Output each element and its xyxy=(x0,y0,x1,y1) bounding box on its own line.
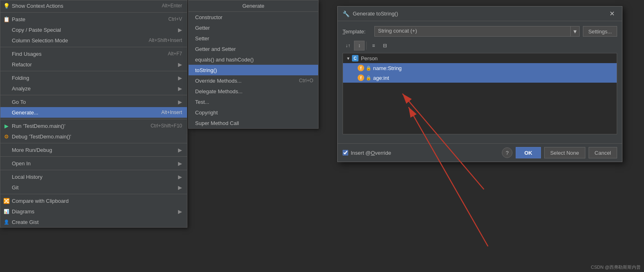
paste-icon: 📋 xyxy=(3,16,10,22)
menu-label: Folding xyxy=(12,75,175,81)
menu-item-debug[interactable]: ⚙ Debug 'TestDemo.main()' xyxy=(0,131,187,142)
toolbar-separator xyxy=(366,42,367,50)
context-menu-1: 💡 Show Context Actions Alt+Enter 📋 Paste… xyxy=(0,0,187,228)
menu-item-generate[interactable]: Generate... Alt+Insert xyxy=(0,107,187,118)
submenu-arrow: ▶ xyxy=(178,86,182,92)
template-select[interactable]: String concat (+) xyxy=(374,26,571,37)
bulb-icon: 💡 xyxy=(3,3,10,9)
submenu-arrow: ▶ xyxy=(178,75,182,81)
ok-button[interactable]: OK xyxy=(516,147,541,158)
menu-item-create-gist[interactable]: 👤 Create Gist xyxy=(0,217,187,227)
generate-submenu: Generate Constructor Getter Setter Gette… xyxy=(188,0,319,129)
menu-item-refactor[interactable]: Refactor ▶ xyxy=(0,59,187,70)
access-icon: 🔒 xyxy=(366,66,371,71)
separator xyxy=(0,170,187,170)
align-button[interactable]: ≡ xyxy=(368,41,379,50)
close-button[interactable]: ✕ xyxy=(607,9,617,18)
separator xyxy=(0,12,187,13)
submenu-item-test[interactable]: Test... xyxy=(189,97,318,107)
submenu-arrow: ▶ xyxy=(178,61,182,68)
submenu-label: Getter xyxy=(195,25,313,31)
submenu-label: Copyright xyxy=(195,110,313,116)
override-checkbox-label[interactable]: Insert @Override xyxy=(343,150,499,156)
separator xyxy=(0,71,187,71)
menu-item-folding[interactable]: Folding ▶ xyxy=(0,72,187,83)
submenu-label: toString() xyxy=(195,67,313,73)
tree-item-age[interactable]: f 🔒 age:int xyxy=(343,73,617,83)
tree-container[interactable]: ▼ C Person f 🔒 name:String f 🔒 age:int xyxy=(343,53,617,134)
menu-label: Open In xyxy=(12,160,175,167)
separator xyxy=(0,143,187,143)
menu-item-git[interactable]: Git ▶ xyxy=(0,182,187,193)
submenu-item-tostring[interactable]: toString() xyxy=(189,65,318,75)
separator xyxy=(0,194,187,194)
settings-button[interactable]: Settings... xyxy=(583,26,617,37)
field-icon: f xyxy=(358,75,364,81)
submenu-item-getter[interactable]: Getter xyxy=(189,22,318,33)
menu-item-analyze[interactable]: Analyze ▶ xyxy=(0,83,187,94)
menu-item-go-to[interactable]: Go To ▶ xyxy=(0,97,187,107)
tree-item-name[interactable]: f 🔒 name:String xyxy=(343,63,617,73)
tree-root-label: Person xyxy=(361,55,378,61)
menu-item-paste[interactable]: 📋 Paste Ctrl+V xyxy=(0,14,187,24)
sort2-button[interactable]: ↕ xyxy=(354,41,365,50)
field-label: age:int xyxy=(373,75,389,81)
field-icon: f xyxy=(358,65,364,71)
submenu-item-delegate-methods[interactable]: Delegate Methods... xyxy=(189,86,318,97)
menu-item-diagrams[interactable]: 📊 Diagrams ▶ xyxy=(0,206,187,217)
override-checkbox[interactable] xyxy=(343,150,348,156)
debug-icon: ⚙ xyxy=(3,134,10,140)
menu-label: More Run/Debug xyxy=(12,147,175,153)
menu-item-copy-paste-special[interactable]: Copy / Paste Special ▶ xyxy=(0,24,187,35)
class-icon: C xyxy=(352,55,358,61)
menu-item-run[interactable]: ▶ Run 'TestDemo.main()' Ctrl+Shift+F10 xyxy=(0,121,187,131)
submenu-item-super-method-call[interactable]: Super Method Call xyxy=(189,118,318,128)
menu-item-more-run-debug[interactable]: More Run/Debug ▶ xyxy=(0,145,187,155)
help-button[interactable]: ? xyxy=(502,147,512,158)
submenu-label: Setter xyxy=(195,35,313,42)
menu-item-column-selection[interactable]: Column Selection Mode Alt+Shift+Insert xyxy=(0,35,187,46)
submenu-item-getter-setter[interactable]: Getter and Setter xyxy=(189,44,318,54)
dialog-title-bar: 🔧 Generate toString() ✕ xyxy=(338,7,622,21)
menu-label: Run 'TestDemo.main()' xyxy=(12,123,143,129)
submenu-item-override-methods[interactable]: Override Methods... Ctrl+O xyxy=(189,75,318,86)
generate-tostring-dialog: 🔧 Generate toString() ✕ Template: String… xyxy=(337,6,622,162)
menu-item-find-usages[interactable]: Find Usages Alt+F7 xyxy=(0,48,187,59)
menu-item-local-history[interactable]: Local History ▶ xyxy=(0,171,187,182)
submenu-label: Constructor xyxy=(195,14,313,20)
menu-label: Generate... xyxy=(12,110,153,116)
submenu-label: Test... xyxy=(195,99,313,105)
tree-root-person[interactable]: ▼ C Person xyxy=(343,53,617,63)
menu-item-open-in[interactable]: Open In ▶ xyxy=(0,158,187,169)
separator xyxy=(0,47,187,47)
separator xyxy=(0,156,187,157)
submenu-arrow: ▶ xyxy=(178,27,182,33)
align2-button[interactable]: ⊟ xyxy=(380,41,390,50)
menu-label: Analyze xyxy=(12,86,175,92)
dialog-icon: 🔧 xyxy=(343,11,349,17)
submenu-item-setter[interactable]: Setter xyxy=(189,33,318,44)
cancel-button[interactable]: Cancel xyxy=(589,147,617,158)
submenu-title: Generate xyxy=(189,0,318,12)
dialog-footer: Insert @Override ? OK Select None Cancel xyxy=(338,143,622,162)
submenu-item-copyright[interactable]: Copyright xyxy=(189,107,318,118)
submenu-shortcut: Ctrl+O xyxy=(299,78,313,83)
submenu-label: Super Method Call xyxy=(195,120,313,126)
toolbar-row: ↓↑ ↕ ≡ ⊟ xyxy=(343,41,617,50)
menu-label: Copy / Paste Special xyxy=(12,27,175,33)
menu-shortcut: Alt+F7 xyxy=(168,51,182,57)
menu-label: Compare with Clipboard xyxy=(12,198,182,204)
sort-button[interactable]: ↓↑ xyxy=(343,41,353,50)
submenu-label: equals() and hashCode() xyxy=(195,57,313,63)
checkbox-text: Insert @Override xyxy=(351,150,391,156)
select-none-button[interactable]: Select None xyxy=(544,147,585,158)
submenu-arrow: ▶ xyxy=(178,99,182,105)
menu-item-show-context-actions[interactable]: 💡 Show Context Actions Alt+Enter xyxy=(0,0,187,11)
template-row: Template: String concat (+) ▼ Settings..… xyxy=(343,26,617,37)
menu-label: Show Context Actions xyxy=(12,3,154,9)
access-icon: 🔒 xyxy=(366,75,371,81)
submenu-item-constructor[interactable]: Constructor xyxy=(189,12,318,22)
template-dropdown-arrow[interactable]: ▼ xyxy=(571,26,580,37)
submenu-item-equals-hashcode[interactable]: equals() and hashCode() xyxy=(189,54,318,65)
menu-item-compare-clipboard[interactable]: 🔀 Compare with Clipboard xyxy=(0,195,187,206)
